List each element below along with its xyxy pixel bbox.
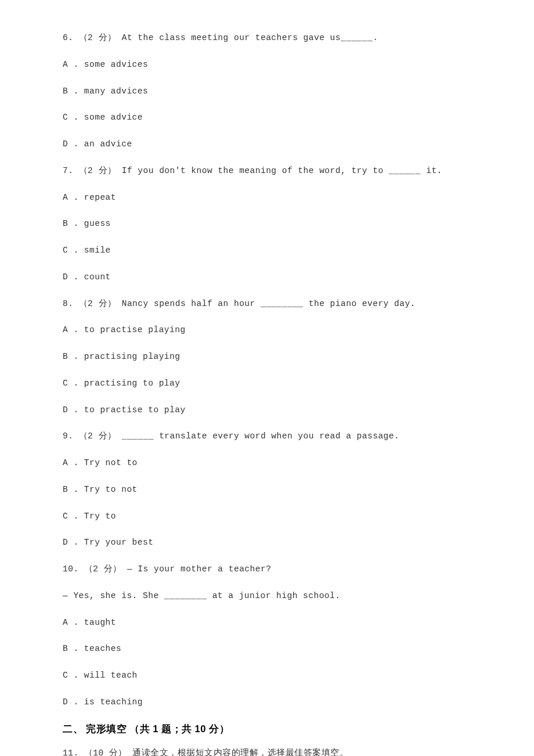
question-text: 通读全文，根据短文内容的理解，选择最佳答案填空。 — [132, 748, 348, 757]
question-10-option-b[interactable]: B . teaches — [63, 643, 471, 656]
question-points: （10 分） — [84, 748, 127, 757]
section-2-title: 二、 完形填空 （共 1 题；共 10 分） — [63, 723, 471, 736]
question-6-stem: 6. （2 分） At the class meeting our teache… — [63, 32, 471, 45]
question-8-stem: 8. （2 分） Nancy spends half an hour _____… — [63, 298, 471, 311]
exam-page: 6. （2 分） At the class meeting our teache… — [0, 0, 534, 756]
question-text: At the class meeting our teachers gave u… — [122, 33, 378, 42]
question-9-stem: 9. （2 分） ______ translate every word whe… — [63, 430, 471, 443]
question-text: If you don't know the meaning of the wor… — [122, 166, 442, 175]
question-points: （2 分） — [79, 33, 117, 42]
question-10-stem: 10. （2 分） — Is your mother a teacher? — [63, 563, 471, 576]
question-points: （2 分） — [79, 299, 117, 308]
question-10-option-a[interactable]: A . taught — [63, 617, 471, 629]
question-9-option-c[interactable]: C . Try to — [63, 510, 471, 523]
question-9-option-b[interactable]: B . Try to not — [63, 484, 471, 496]
question-6-option-c[interactable]: C . some advice — [63, 111, 471, 124]
question-9-option-d[interactable]: D . Try your best — [63, 537, 471, 549]
question-10-option-d[interactable]: D . is teaching — [63, 696, 471, 709]
question-7-option-b[interactable]: B . guess — [63, 218, 471, 231]
question-6-option-d[interactable]: D . an advice — [63, 138, 471, 151]
question-7-stem: 7. （2 分） If you don't know the meaning o… — [63, 165, 471, 178]
question-6-option-a[interactable]: A . some advices — [63, 59, 471, 71]
question-number: 6. — [63, 33, 73, 42]
question-points: （2 分） — [84, 564, 122, 574]
question-number: 7. — [63, 166, 73, 175]
question-11-stem: 11. （10 分） 通读全文，根据短文内容的理解，选择最佳答案填空。 — [63, 747, 471, 757]
question-points: （2 分） — [79, 166, 117, 175]
question-number: 10. — [63, 564, 79, 574]
question-7-option-a[interactable]: A . repeat — [63, 192, 471, 204]
question-9-option-a[interactable]: A . Try not to — [63, 457, 471, 470]
question-number: 8. — [63, 299, 73, 308]
question-10-stem-line2: — Yes, she is. She ________ at a junior … — [63, 590, 471, 603]
question-10-option-c[interactable]: C . will teach — [63, 669, 471, 682]
question-text: ______ translate every word when you rea… — [122, 431, 399, 441]
question-points: （2 分） — [79, 431, 117, 441]
question-8-option-d[interactable]: D . to practise to play — [63, 404, 471, 417]
question-number: 9. — [63, 431, 73, 441]
question-7-option-c[interactable]: C . smile — [63, 244, 471, 257]
question-6-option-b[interactable]: B . many advices — [63, 85, 471, 98]
question-number: 11. — [63, 748, 79, 757]
question-8-option-a[interactable]: A . to practise playing — [63, 324, 471, 337]
question-8-option-c[interactable]: C . practising to play — [63, 377, 471, 390]
question-text: Nancy spends half an hour ________ the p… — [122, 299, 416, 308]
question-7-option-d[interactable]: D . count — [63, 271, 471, 284]
question-text: — Is your mother a teacher? — [127, 564, 271, 574]
question-8-option-b[interactable]: B . practising playing — [63, 351, 471, 363]
